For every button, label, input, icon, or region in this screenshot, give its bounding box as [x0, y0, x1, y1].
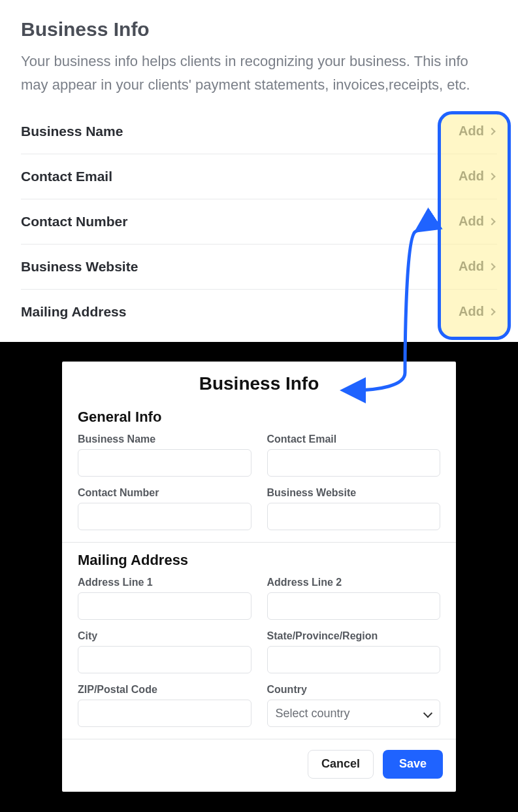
row-contact-email: Contact Email Add — [21, 154, 497, 199]
row-label: Mailing Address — [21, 304, 126, 320]
panel-title: Business Info — [21, 18, 497, 41]
row-contact-number: Contact Number Add — [21, 199, 497, 245]
business-website-input[interactable] — [267, 503, 441, 530]
field-label: Country — [267, 684, 441, 696]
save-button[interactable]: Save — [383, 750, 443, 779]
add-business-name-button[interactable]: Add — [459, 124, 497, 139]
add-label: Add — [459, 214, 484, 229]
address-line-2-input[interactable] — [267, 592, 441, 620]
business-info-summary-panel: Business Info Your business info helps c… — [0, 0, 518, 342]
row-label: Business Name — [21, 124, 123, 139]
section-mailing-address: Mailing Address Address Line 1 Address L… — [62, 543, 456, 739]
field-contact-email: Contact Email — [267, 433, 441, 477]
form-backdrop: Business Info General Info Business Name… — [0, 342, 518, 808]
field-city: City — [78, 630, 251, 673]
add-label: Add — [459, 304, 484, 319]
field-label: ZIP/Postal Code — [78, 684, 251, 696]
row-mailing-address: Mailing Address Add — [21, 290, 497, 334]
zip-input[interactable] — [78, 700, 251, 727]
add-label: Add — [459, 259, 484, 274]
chevron-right-icon — [488, 218, 495, 225]
field-business-name: Business Name — [78, 433, 251, 477]
field-label: Contact Number — [78, 487, 251, 499]
field-label: State/Province/Region — [267, 630, 441, 642]
field-label: Business Name — [78, 433, 251, 445]
field-label: Address Line 1 — [78, 577, 251, 588]
section-title: General Info — [78, 409, 440, 426]
business-info-form: Business Info General Info Business Name… — [62, 362, 456, 792]
field-label: Address Line 2 — [267, 577, 441, 588]
row-business-website: Business Website Add — [21, 245, 497, 290]
row-business-name: Business Name Add — [21, 109, 497, 154]
contact-email-input[interactable] — [267, 449, 441, 477]
field-state: State/Province/Region — [267, 630, 441, 673]
field-label: Contact Email — [267, 433, 441, 445]
section-title: Mailing Address — [78, 552, 440, 569]
field-zip: ZIP/Postal Code — [78, 684, 251, 727]
add-label: Add — [459, 169, 484, 184]
country-select[interactable]: Select country — [267, 700, 441, 727]
row-label: Contact Email — [21, 169, 112, 184]
chevron-right-icon — [488, 127, 495, 135]
add-mailing-address-button[interactable]: Add — [459, 304, 497, 319]
field-label: City — [78, 630, 251, 642]
row-label: Business Website — [21, 259, 138, 275]
row-label: Contact Number — [21, 214, 127, 229]
field-contact-number: Contact Number — [78, 487, 251, 530]
field-country: Country Select country — [267, 684, 441, 727]
state-input[interactable] — [267, 646, 441, 673]
chevron-right-icon — [488, 173, 495, 180]
cancel-button[interactable]: Cancel — [308, 750, 374, 779]
field-label: Business Website — [267, 487, 441, 499]
form-title: Business Info — [62, 362, 456, 399]
business-name-input[interactable] — [78, 449, 251, 477]
add-contact-email-button[interactable]: Add — [459, 169, 497, 184]
contact-number-input[interactable] — [78, 503, 251, 530]
address-line-1-input[interactable] — [78, 592, 251, 620]
city-input[interactable] — [78, 646, 251, 673]
panel-description: Your business info helps clients in reco… — [21, 50, 497, 97]
chevron-right-icon — [488, 263, 495, 270]
add-business-website-button[interactable]: Add — [459, 259, 497, 274]
section-general-info: General Info Business Name Contact Email… — [62, 399, 456, 543]
field-business-website: Business Website — [267, 487, 441, 530]
info-rows: Business Name Add Contact Email Add Cont… — [21, 109, 497, 334]
chevron-right-icon — [488, 308, 495, 315]
add-label: Add — [459, 124, 484, 139]
form-footer: Cancel Save — [62, 739, 456, 792]
field-address-2: Address Line 2 — [267, 577, 441, 620]
field-address-1: Address Line 1 — [78, 577, 251, 620]
add-contact-number-button[interactable]: Add — [459, 214, 497, 229]
